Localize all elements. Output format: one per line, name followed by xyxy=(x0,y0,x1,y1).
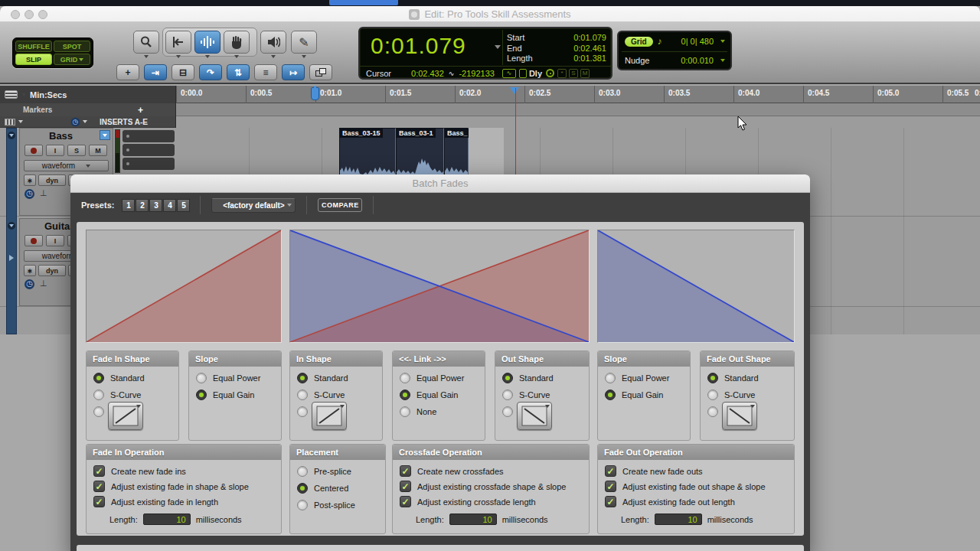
preset-2-button[interactable]: 2 xyxy=(136,199,149,212)
mode-grid-button[interactable]: GRID xyxy=(54,54,90,65)
bass-collapse-button[interactable] xyxy=(8,132,15,139)
timebase-clock-icon[interactable]: ◷ xyxy=(71,117,80,126)
insert-slot[interactable] xyxy=(122,144,175,156)
timeline-cursor-marker[interactable] xyxy=(311,87,319,100)
bass-track-name[interactable]: Bass xyxy=(49,130,73,142)
out-curve-picker[interactable] xyxy=(517,402,552,430)
dly-page-icon[interactable] xyxy=(519,69,527,78)
asterisk-status-icon[interactable]: * xyxy=(557,69,567,78)
crossfade-graph[interactable] xyxy=(289,230,590,343)
preset-5-button[interactable]: 5 xyxy=(177,199,190,212)
selector-tool-button[interactable] xyxy=(194,31,220,54)
insertion-marker-button[interactable]: ↦ xyxy=(282,64,305,80)
insert-slot[interactable] xyxy=(122,130,175,142)
bass-group-icon[interactable]: ⊥ xyxy=(40,188,47,198)
nudge-dropdown-icon[interactable] xyxy=(720,59,725,62)
audio-clip[interactable]: Bass_ xyxy=(444,128,469,176)
start-value[interactable]: 0:01.079 xyxy=(573,33,606,44)
copy-selection-button[interactable] xyxy=(309,64,332,80)
end-value[interactable]: 0:02.461 xyxy=(573,44,606,54)
bass-dyn-button[interactable]: dyn xyxy=(38,174,66,186)
radio-equal-power[interactable] xyxy=(400,373,410,383)
radio-equal-gain[interactable] xyxy=(605,390,616,400)
radio-custom-curve[interactable] xyxy=(297,406,308,417)
bass-view-selector[interactable]: waveform xyxy=(24,160,109,171)
fade-out-length-field[interactable]: 10 xyxy=(655,514,702,525)
checkbox-adjust-fade-in-shape[interactable]: ✓ xyxy=(93,481,105,492)
radio-post-splice[interactable] xyxy=(297,500,308,510)
dialog-titlebar[interactable]: Batch Fades xyxy=(70,174,810,193)
guitar-track-name[interactable]: Guitar xyxy=(44,220,74,232)
track-list-icon[interactable] xyxy=(5,119,15,126)
counter-dropdown-icon[interactable] xyxy=(495,45,501,49)
edit-selection-region[interactable] xyxy=(469,128,504,176)
preset-3-button[interactable]: 3 xyxy=(149,199,162,212)
zoomer-tool-button[interactable] xyxy=(133,31,159,54)
link-timeline-edit-button[interactable]: ⇅ xyxy=(227,64,250,80)
fade-in-length-field[interactable]: 10 xyxy=(143,514,191,525)
track-expand-icon[interactable] xyxy=(9,255,14,261)
grid-dropdown-icon[interactable] xyxy=(720,40,725,43)
timeline-ruler[interactable]: 0:00.0 0:00.5 0:01.0 0:01.5 0:02.0 0:02.… xyxy=(0,86,980,103)
preset-1-button[interactable]: 1 xyxy=(122,199,135,212)
bass-input-button[interactable]: I xyxy=(46,145,64,156)
bass-solo-button[interactable]: S xyxy=(67,145,86,156)
radio-s-curve[interactable] xyxy=(707,390,718,400)
radio-custom-curve[interactable] xyxy=(502,406,513,417)
guitar-collapse-button[interactable] xyxy=(8,222,15,230)
main-time-display[interactable]: 0:01.079 xyxy=(371,33,493,59)
radio-standard[interactable] xyxy=(297,373,308,383)
radio-custom-curve[interactable] xyxy=(707,406,718,417)
crossfade-length-field[interactable]: 10 xyxy=(449,514,497,525)
bass-mute-button[interactable]: M xyxy=(89,145,107,156)
playhead-flag[interactable] xyxy=(510,87,519,94)
radio-none[interactable] xyxy=(400,406,410,417)
guitar-timebase-icon[interactable]: ◷ xyxy=(24,279,34,289)
preset-selector-dropdown[interactable]: <factory default> xyxy=(211,198,296,213)
track-list-dropdown-icon[interactable] xyxy=(18,120,23,123)
zoom-toggle-button[interactable]: + xyxy=(116,64,139,80)
fade-in-curve-picker[interactable] xyxy=(108,402,143,430)
checkbox-adjust-fade-in-length[interactable]: ✓ xyxy=(93,496,105,507)
in-curve-picker[interactable] xyxy=(312,402,347,430)
checkbox-create-fade-ins[interactable]: ✓ xyxy=(93,465,105,477)
timebase-dropdown-icon[interactable] xyxy=(83,120,87,123)
radio-standard[interactable] xyxy=(93,373,104,383)
radio-equal-gain[interactable] xyxy=(400,390,410,400)
mute-status-icon[interactable]: M xyxy=(580,69,590,78)
radio-centered[interactable] xyxy=(297,483,308,494)
checkbox-adjust-crossfade-length[interactable]: ✓ xyxy=(400,496,411,507)
radio-pre-splice[interactable] xyxy=(297,466,308,477)
tab-to-transient-button[interactable]: ⇥ xyxy=(144,64,167,80)
radio-standard[interactable] xyxy=(502,373,513,383)
fade-out-graph[interactable] xyxy=(597,230,795,343)
checkbox-adjust-crossfade-shape[interactable]: ✓ xyxy=(400,481,411,492)
length-value[interactable]: 0:01.381 xyxy=(573,54,606,64)
bass-select-box[interactable] xyxy=(100,130,110,140)
grid-mode-button[interactable]: Grid xyxy=(625,37,653,47)
link-track-edit-button[interactable]: ≡ xyxy=(254,64,277,80)
radio-standard[interactable] xyxy=(707,373,718,383)
mirrored-editing-button[interactable]: ⊟ xyxy=(172,64,194,80)
add-marker-button[interactable]: + xyxy=(138,105,143,116)
radio-equal-power[interactable] xyxy=(196,373,207,383)
ruler-dropdown-icon[interactable] xyxy=(21,93,26,96)
mode-spot-button[interactable]: SPOT xyxy=(54,41,90,52)
mode-slip-button[interactable]: SLIP xyxy=(15,54,52,65)
bass-record-button[interactable] xyxy=(24,145,43,156)
bass-elastic-button[interactable]: ∗ xyxy=(24,174,36,186)
ruler-header[interactable]: Min:Secs xyxy=(0,86,176,103)
guitar-record-button[interactable] xyxy=(24,235,43,246)
grid-value[interactable]: 0| 0| 480 xyxy=(681,37,714,46)
trim-tool-button[interactable] xyxy=(165,31,191,54)
record-status-icon[interactable] xyxy=(546,69,554,77)
radio-equal-gain[interactable] xyxy=(196,390,207,400)
checkbox-adjust-fade-out-shape[interactable]: ✓ xyxy=(605,481,616,492)
radio-custom-curve[interactable] xyxy=(93,406,104,417)
radio-s-curve[interactable] xyxy=(93,390,104,400)
nudge-value[interactable]: 0:00.010 xyxy=(681,56,714,65)
compare-button[interactable]: COMPARE xyxy=(318,198,362,212)
audio-clip[interactable]: Bass_03-1 xyxy=(396,128,444,176)
guitar-input-button[interactable]: I xyxy=(46,235,64,246)
checkbox-adjust-fade-out-length[interactable]: ✓ xyxy=(605,496,616,507)
